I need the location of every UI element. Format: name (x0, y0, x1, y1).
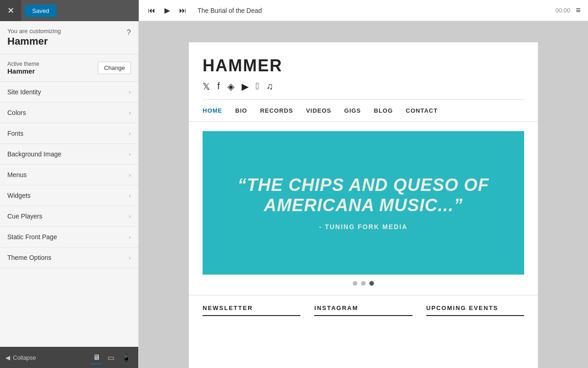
social-icons-bar: 𝕏f◈▶♫ (203, 81, 524, 100)
sidebar-item-colors[interactable]: Colors› (0, 103, 138, 123)
tablet-view-button[interactable]: ▭ (106, 351, 116, 364)
menu-item-label: Static Front Page (7, 233, 57, 241)
sidebar-item-site-identity[interactable]: Site Identity› (0, 82, 138, 103)
menu-item-label: Menus (7, 171, 27, 178)
youtube-icon[interactable]: ▶ (242, 81, 249, 92)
menu-item-label: Background Image (7, 150, 62, 158)
customizing-section: You are customizing Hammer ? (0, 21, 138, 54)
close-button[interactable]: ✕ (0, 0, 21, 21)
site-header: HAMMER 𝕏f◈▶♫ (189, 42, 538, 100)
mobile-view-button[interactable]: 📱 (120, 351, 133, 364)
active-theme-section: Active theme Hammer Change (0, 54, 138, 82)
footer-section-title: UPCOMING EVENTS (426, 305, 524, 316)
hero-quote: “The Chips and Queso of Americana Music.… (216, 175, 510, 215)
slider-dot-1[interactable] (361, 281, 366, 286)
sidebar-item-widgets[interactable]: Widgets› (0, 185, 138, 206)
chevron-right-icon: › (129, 233, 131, 241)
collapse-arrow-icon: ◀ (6, 354, 10, 361)
active-theme-label: Active theme (7, 61, 39, 67)
chevron-right-icon: › (129, 150, 131, 158)
chevron-right-icon: › (129, 130, 131, 137)
nav-item-gigs[interactable]: GIGS (344, 107, 361, 114)
sidebar: You are customizing Hammer ? Active them… (0, 21, 139, 368)
slider-dots (189, 281, 538, 286)
nav-item-bio[interactable]: BIO (235, 107, 247, 114)
sidebar-item-fonts[interactable]: Fonts› (0, 123, 138, 144)
sidebar-menu: Site Identity›Colors›Fonts›Background Im… (0, 82, 138, 347)
chevron-right-icon: › (129, 88, 131, 96)
site-logo: HAMMER (203, 56, 524, 75)
facebook-icon[interactable]: f (217, 81, 220, 92)
desktop-view-button[interactable]: 🖥 (91, 351, 102, 364)
footer-section-instagram: INSTAGRAM (314, 305, 412, 316)
instagram-icon[interactable]: ◈ (227, 81, 234, 92)
collapse-button[interactable]: ◀ Collapse (6, 354, 36, 361)
menu-item-label: Cue Players (7, 213, 42, 220)
footer-section-upcoming-events: UPCOMING EVENTS (426, 305, 524, 316)
theme-name: Hammer (7, 35, 131, 47)
site-wrapper: HAMMER 𝕏f◈▶♫ HOMEBIORECORDSVIDEOSGIGSBL… (189, 42, 538, 368)
customizing-label: You are customizing (7, 28, 131, 34)
hero-attribution: - Tuning Fork Media (319, 223, 408, 230)
menu-item-label: Fonts (7, 130, 23, 137)
sidebar-item-static-front-page[interactable]: Static Front Page› (0, 227, 138, 247)
chevron-right-icon: › (129, 192, 131, 199)
nav-item-videos[interactable]: VIDEOS (306, 107, 331, 114)
apple-icon[interactable]:  (256, 81, 259, 92)
sidebar-item-cue-players[interactable]: Cue Players› (0, 206, 138, 227)
site-navigation: HOMEBIORECORDSVIDEOSGIGSBLOGCONTACT (189, 100, 538, 122)
collapse-label: Collapse (13, 354, 36, 361)
footer-sections: NEWSLETTERINSTAGRAMUPCOMING EVENTS (189, 295, 538, 325)
slider-dot-2[interactable] (369, 281, 374, 286)
sidebar-item-background-image[interactable]: Background Image› (0, 144, 138, 165)
sidebar-footer: ◀ Collapse 🖥 ▭ 📱 (0, 347, 138, 368)
main-layout: You are customizing Hammer ? Active them… (0, 21, 588, 368)
chevron-right-icon: › (129, 254, 131, 261)
spotify-icon[interactable]: ♫ (266, 81, 273, 92)
footer-section-title: INSTAGRAM (314, 305, 412, 316)
slider-dot-0[interactable] (353, 281, 357, 286)
active-theme-info: Active theme Hammer (7, 61, 39, 75)
device-buttons: 🖥 ▭ 📱 (91, 351, 133, 364)
chevron-right-icon: › (129, 109, 131, 116)
nav-item-blog[interactable]: BLOG (374, 107, 393, 114)
saved-button[interactable]: Saved (25, 5, 57, 17)
footer-section-title: NEWSLETTER (203, 305, 300, 316)
nav-item-contact[interactable]: CONTACT (406, 107, 438, 114)
help-icon[interactable]: ? (127, 29, 131, 37)
active-theme-name: Hammer (7, 67, 39, 75)
hero-slider: “The Chips and Queso of Americana Music.… (203, 131, 524, 275)
twitter-icon[interactable]: 𝕏 (203, 81, 210, 92)
preview-area: ⏮ ▶ ⏭ The Burial of the Dead 00:00 ≡ HAM… (139, 21, 588, 368)
nav-item-records[interactable]: RECORDS (260, 107, 293, 114)
menu-item-label: Colors (7, 109, 26, 116)
change-theme-button[interactable]: Change (98, 62, 131, 74)
menu-item-label: Site Identity (7, 88, 41, 96)
chevron-right-icon: › (129, 213, 131, 220)
menu-item-label: Widgets (7, 192, 31, 199)
sidebar-item-menus[interactable]: Menus› (0, 165, 138, 185)
sidebar-item-theme-options[interactable]: Theme Options› (0, 247, 138, 268)
menu-item-label: Theme Options (7, 254, 51, 261)
footer-section-newsletter: NEWSLETTER (203, 305, 300, 316)
chevron-right-icon: › (129, 171, 131, 178)
nav-item-home[interactable]: HOME (203, 107, 222, 114)
